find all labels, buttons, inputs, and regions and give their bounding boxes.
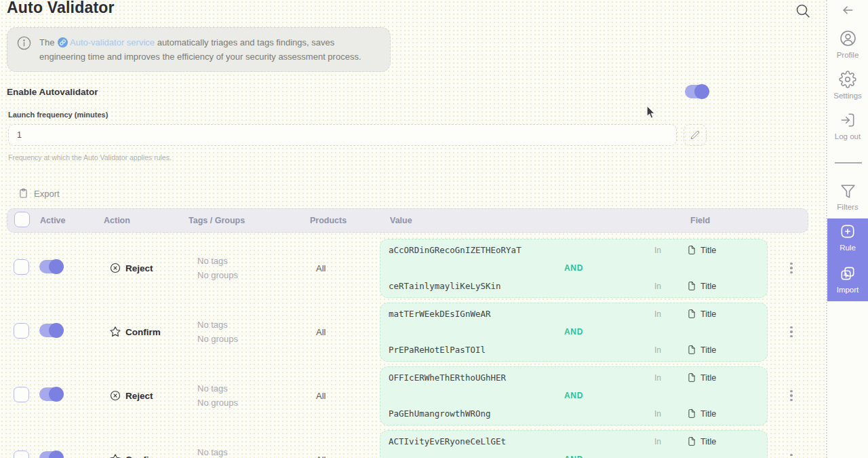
row-menu-button[interactable] xyxy=(787,387,795,404)
launch-frequency-input[interactable] xyxy=(8,124,677,146)
gear-icon xyxy=(839,71,856,88)
conditions-box: ACTIvityEvERyoneCeLlGEt In Title AND xyxy=(380,430,768,458)
circle-x-icon xyxy=(109,262,121,274)
search-icon[interactable] xyxy=(795,3,811,19)
file-icon xyxy=(687,345,696,355)
conditions-box: matTErWEekDEsIGnWeAR In Title AND PrEPaR… xyxy=(380,303,768,362)
action-cell: Confirm xyxy=(103,326,188,338)
table-row: Confirm No tags No groups All matTErWEek… xyxy=(7,300,808,364)
action-cell: Reject xyxy=(103,389,188,402)
and-separator: AND xyxy=(380,451,767,458)
confirm-star-icon xyxy=(109,453,121,458)
value-cell: matTErWEekDEsIGnWeAR In Title AND PrEPaR… xyxy=(380,303,774,362)
right-sidebar: Profile Settings Log out Filters Rule Im… xyxy=(826,0,868,458)
page-title: Auto Validator xyxy=(7,0,115,17)
tags-value: No tags xyxy=(197,318,309,332)
banner-text: The Auto-validator service automatically… xyxy=(39,35,379,64)
table-row: Reject No tags No groups All aCcORDinGRe… xyxy=(7,236,808,300)
filter-icon xyxy=(840,183,856,199)
products-cell: All xyxy=(309,263,380,273)
frequency-help-text: Frequency at which the Auto Validator ap… xyxy=(8,153,172,161)
condition-field: Title xyxy=(687,245,763,255)
row-menu-button[interactable] xyxy=(787,451,795,458)
row-active-toggle[interactable] xyxy=(39,260,62,273)
row-menu-button[interactable] xyxy=(787,324,795,341)
table-body: Reject No tags No groups All aCcORDinGRe… xyxy=(7,236,808,458)
file-icon xyxy=(687,436,696,446)
tags-groups-cell: No tags No groups xyxy=(188,445,309,458)
column-active: Active xyxy=(40,216,104,225)
condition-field: Title xyxy=(687,281,763,291)
condition-operator: In xyxy=(649,345,687,355)
condition-field: Title xyxy=(687,408,763,419)
enable-autovalidator-toggle[interactable] xyxy=(685,85,707,98)
tags-value: No tags xyxy=(197,381,309,396)
condition-row: aCcORDinGRecoGnIZETHEoRYaT In Title xyxy=(380,242,767,259)
value-cell: ACTIvityEvERyoneCeLlGEt In Title AND xyxy=(380,430,774,458)
condition-row: matTErWEekDEsIGnWeAR In Title xyxy=(380,305,767,323)
mouse-cursor xyxy=(646,106,656,119)
export-icon xyxy=(18,187,29,199)
products-cell: All xyxy=(309,327,380,337)
row-checkbox[interactable] xyxy=(14,451,29,458)
add-rule-icon xyxy=(839,223,856,240)
and-separator: AND xyxy=(380,323,767,341)
column-value: Value xyxy=(390,216,412,225)
table-header: Active Action Tags / Groups Products Val… xyxy=(7,208,808,233)
conditions-box: aCcORDinGRecoGnIZETHEoRYaT In Title AND … xyxy=(380,239,768,298)
condition-value: aCcORDinGRecoGnIZETHEoRYaT xyxy=(389,245,649,255)
sidebar-item-logout[interactable]: Log out xyxy=(827,111,868,140)
edit-frequency-button[interactable] xyxy=(684,124,707,146)
condition-operator: In xyxy=(649,409,687,419)
sidebar-item-settings[interactable]: Settings xyxy=(827,71,868,100)
products-cell: All xyxy=(309,391,380,401)
row-checkbox[interactable] xyxy=(14,387,29,402)
tags-value: No tags xyxy=(197,254,309,268)
row-menu-button[interactable] xyxy=(787,260,795,277)
link-icon xyxy=(58,37,68,47)
tags-groups-cell: No tags No groups xyxy=(188,381,309,410)
conditions-box: OFFIcERWheThERthoUGhHER In Title AND PaG… xyxy=(380,366,768,425)
row-checkbox[interactable] xyxy=(14,259,29,275)
action-cell: Confirm xyxy=(103,453,188,458)
tags-groups-cell: No tags No groups xyxy=(188,318,309,346)
row-active-toggle[interactable] xyxy=(39,387,62,401)
file-icon xyxy=(687,373,696,383)
sidebar-item-rule[interactable]: Rule xyxy=(827,223,868,252)
select-all-checkbox[interactable] xyxy=(14,212,30,227)
info-banner: The Auto-validator service automatically… xyxy=(7,27,391,72)
sidebar-item-filters[interactable]: Filters xyxy=(827,183,868,211)
condition-value: PrEPaReHotElPasTOIl xyxy=(389,345,649,355)
confirm-star-icon xyxy=(109,326,121,338)
sidebar-item-profile[interactable]: Profile xyxy=(827,29,868,59)
collapse-sidebar-button[interactable] xyxy=(827,3,868,17)
info-icon xyxy=(16,35,32,51)
action-cell: Reject xyxy=(103,262,188,274)
file-icon xyxy=(687,309,696,319)
column-field: Field xyxy=(690,216,710,225)
row-checkbox[interactable] xyxy=(14,323,29,339)
condition-operator: In xyxy=(649,437,687,446)
sidebar-divider xyxy=(835,162,862,164)
row-active-toggle[interactable] xyxy=(39,451,62,458)
rules-table: Active Action Tags / Groups Products Val… xyxy=(7,208,808,458)
products-cell: All xyxy=(309,455,380,458)
condition-value: ceRTainlymayliKeLySKin xyxy=(389,281,649,291)
sidebar-item-import[interactable]: Import xyxy=(827,265,868,294)
and-separator: AND xyxy=(380,387,767,405)
groups-value: No groups xyxy=(197,268,309,282)
condition-field: Title xyxy=(687,436,763,446)
column-products: Products xyxy=(310,216,380,225)
condition-value: ACTIvityEvERyoneCeLlGEt xyxy=(389,436,649,446)
value-cell: aCcORDinGRecoGnIZETHEoRYaT In Title AND … xyxy=(380,239,774,298)
export-button[interactable]: Export xyxy=(18,187,60,199)
table-row: Reject No tags No groups All OFFIcERWheT… xyxy=(7,364,808,427)
file-icon xyxy=(687,408,696,419)
logout-icon xyxy=(839,111,856,129)
condition-value: OFFIcERWheThERthoUGhHER xyxy=(389,373,649,383)
condition-row: ceRTainlymayliKeLySKin In Title xyxy=(380,278,767,295)
user-icon xyxy=(839,29,857,47)
file-icon xyxy=(687,281,696,291)
autovalidator-service-link[interactable]: Auto-validator service xyxy=(70,37,155,47)
row-active-toggle[interactable] xyxy=(39,324,62,337)
